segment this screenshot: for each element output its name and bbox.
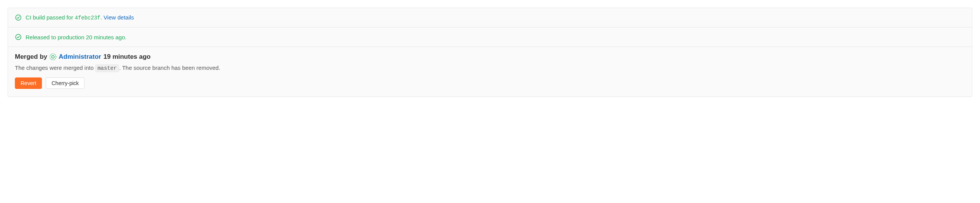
ci-separator: . (100, 14, 103, 21)
revert-button[interactable]: Revert (15, 77, 42, 89)
svg-point-2 (50, 54, 56, 60)
merged-by-user-link[interactable]: Administrator (59, 53, 101, 61)
target-branch: master (95, 64, 119, 72)
merged-by-label: Merged by (15, 53, 47, 61)
cherry-pick-button[interactable]: Cherry-pick (46, 77, 85, 89)
user-avatar-icon (50, 53, 56, 60)
check-circle-icon (15, 34, 22, 40)
merged-desc-suffix: . The source branch has been removed. (119, 64, 220, 71)
check-circle-icon (15, 14, 22, 21)
ci-build-prefix: CI build passed for (26, 14, 75, 21)
release-status-row: Released to production 20 minutes ago. (8, 27, 972, 47)
ci-build-status-row: CI build passed for 4febc23f. View detai… (8, 8, 972, 27)
view-details-link[interactable]: View details (104, 14, 134, 21)
merged-section: Merged by Administrator 19 minutes ago T… (8, 47, 972, 97)
merged-title: Merged by Administrator 19 minutes ago (15, 53, 965, 61)
release-status-text: Released to production 20 minutes ago. (26, 34, 127, 40)
action-buttons: Revert Cherry-pick (15, 77, 965, 89)
merge-request-widget: CI build passed for 4febc23f. View detai… (8, 8, 972, 97)
svg-point-3 (52, 56, 54, 58)
merged-description: The changes were merged into master. The… (15, 64, 965, 71)
merged-desc-prefix: The changes were merged into (15, 64, 95, 71)
ci-build-status-text: CI build passed for 4febc23f. View detai… (26, 14, 134, 21)
commit-sha[interactable]: 4febc23f (75, 15, 100, 21)
merged-time-ago: 19 minutes ago (104, 53, 151, 61)
